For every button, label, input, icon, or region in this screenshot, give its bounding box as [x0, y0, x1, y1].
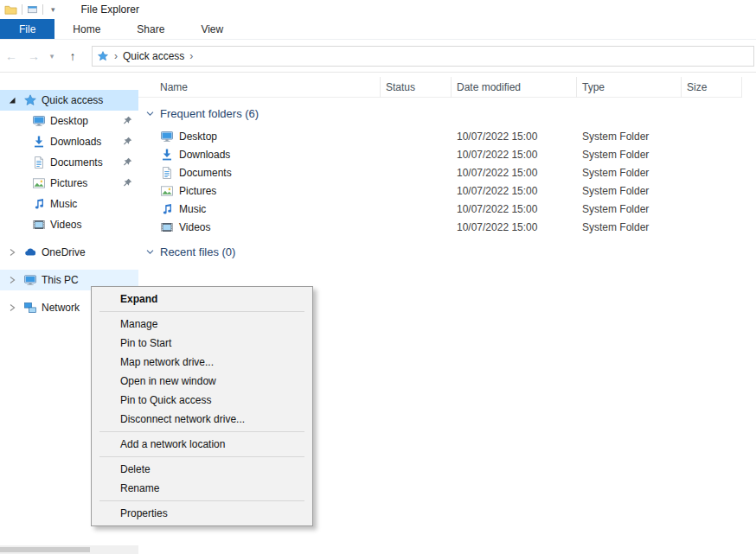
ribbon-tabs: FileHomeShareView [0, 19, 756, 40]
file-name-cell: Videos [138, 218, 381, 236]
sidebar-hscrollbar-thumb[interactable] [0, 547, 90, 552]
breadcrumb-item[interactable]: Quick access [123, 50, 184, 62]
ribbon-tab-share[interactable]: Share [119, 19, 183, 39]
ribbon-tab-file[interactable]: File [0, 19, 54, 39]
menu-separator [99, 500, 304, 501]
sidebar-item-downloads[interactable]: Downloads [0, 131, 138, 152]
chevron-expanded-icon[interactable] [8, 96, 16, 105]
downloads-icon [32, 135, 46, 149]
window-title: File Explorer [81, 3, 139, 16]
column-header-name[interactable]: Name [138, 77, 381, 98]
back-button[interactable]: ← [0, 49, 22, 63]
titlebar-separator [22, 4, 22, 15]
sidebar-item-label: This PC [42, 274, 79, 286]
file-type-cell: System Folder [577, 218, 682, 236]
file-row-pictures[interactable]: Pictures10/07/2022 15:00System Folder [138, 181, 756, 200]
documents-icon [160, 166, 174, 180]
file-row-music[interactable]: Music10/07/2022 15:00System Folder [138, 200, 756, 218]
file-size-cell [682, 218, 742, 236]
quick-access-toolbar-icon[interactable] [27, 4, 38, 16]
context-menu-item-properties[interactable]: Properties [92, 504, 312, 523]
sidebar-item-desktop[interactable]: Desktop [0, 111, 138, 131]
music-icon [32, 197, 46, 211]
history-dropdown-icon[interactable]: ▾ [45, 52, 59, 60]
desktop-icon [160, 130, 174, 143]
file-type-cell: System Folder [577, 200, 682, 218]
column-header-status[interactable]: Status [381, 77, 452, 98]
file-status-cell [381, 145, 452, 163]
file-status-cell [381, 163, 452, 181]
ribbon-tab-view[interactable]: View [183, 19, 241, 39]
column-header-date-modified[interactable]: Date modified [452, 77, 577, 98]
chevron-collapsed-icon[interactable] [8, 276, 16, 284]
context-menu-item-pin-to-quick-access[interactable]: Pin to Quick access [92, 391, 312, 410]
context-menu-item-pin-to-start[interactable]: Pin to Start [92, 334, 312, 353]
file-status-cell [381, 181, 452, 200]
collapse-chevron-icon [145, 109, 155, 118]
file-type-cell: System Folder [577, 127, 682, 145]
context-menu-item-disconnect-network-drive[interactable]: Disconnect network drive... [92, 410, 312, 429]
breadcrumb-chevron-icon[interactable]: › [112, 50, 120, 62]
file-name-label: Documents [179, 167, 232, 179]
music-icon [160, 202, 174, 216]
quick-access-icon [23, 93, 37, 107]
file-date-cell: 10/07/2022 15:00 [452, 200, 577, 218]
column-header-type[interactable]: Type [577, 77, 682, 98]
up-button[interactable]: ↑ [59, 49, 86, 63]
section-recent-files[interactable]: Recent files (0) [145, 243, 756, 260]
file-size-cell [682, 145, 742, 163]
sidebar-item-label: OneDrive [42, 246, 86, 258]
file-date-cell: 10/07/2022 15:00 [452, 145, 577, 163]
file-name-cell: Documents [138, 163, 381, 181]
context-menu-item-delete[interactable]: Delete [92, 460, 312, 479]
file-size-cell [682, 200, 742, 218]
pictures-icon [160, 184, 174, 198]
file-name-label: Music [179, 203, 206, 215]
context-menu-item-manage[interactable]: Manage [92, 315, 312, 334]
column-header-size[interactable]: Size [682, 77, 742, 98]
sidebar-item-onedrive[interactable]: OneDrive [0, 242, 138, 263]
context-menu-item-expand[interactable]: Expand [92, 290, 312, 309]
file-row-videos[interactable]: Videos10/07/2022 15:00System Folder [138, 218, 756, 236]
sidebar-item-quick-access[interactable]: Quick access [0, 90, 138, 111]
collapse-chevron-icon [145, 247, 155, 257]
address-bar[interactable]: › Quick access › [92, 46, 754, 67]
section-frequent-folders[interactable]: Frequent folders (6) [145, 105, 756, 122]
file-date-cell: 10/07/2022 15:00 [452, 127, 577, 145]
file-date-cell: 10/07/2022 15:00 [452, 163, 577, 181]
file-row-downloads[interactable]: Downloads10/07/2022 15:00System Folder [138, 145, 756, 163]
qat-dropdown-icon[interactable]: ▾ [51, 5, 55, 14]
context-menu-item-rename[interactable]: Rename [92, 479, 312, 498]
file-type-cell: System Folder [577, 181, 682, 200]
file-type-cell: System Folder [577, 145, 682, 163]
file-date-cell: 10/07/2022 15:00 [452, 218, 577, 236]
this-pc-icon [23, 273, 37, 287]
title-bar: ▾ File Explorer [0, 0, 756, 19]
sidebar-hscrollbar[interactable] [0, 545, 138, 554]
sidebar-item-label: Music [50, 198, 77, 210]
breadcrumb-chevron-icon[interactable]: › [187, 50, 195, 62]
sidebar-item-documents[interactable]: Documents [0, 152, 138, 173]
pin-icon [123, 116, 132, 125]
context-menu-item-map-network-drive[interactable]: Map network drive... [92, 353, 312, 372]
context-menu-item-open-in-new-window[interactable]: Open in new window [92, 372, 312, 391]
sidebar-item-videos[interactable]: Videos [0, 214, 138, 235]
sidebar-item-label: Downloads [50, 136, 101, 148]
file-row-documents[interactable]: Documents10/07/2022 15:00System Folder [138, 163, 756, 181]
file-name-label: Downloads [179, 149, 230, 161]
file-size-cell [682, 163, 742, 181]
sidebar-item-music[interactable]: Music [0, 194, 138, 214]
file-name-cell: Downloads [138, 145, 381, 163]
pin-icon [123, 137, 132, 146]
file-row-desktop[interactable]: Desktop10/07/2022 15:00System Folder [138, 127, 756, 145]
context-menu: ExpandManagePin to StartMap network driv… [91, 286, 313, 526]
downloads-icon [160, 148, 174, 162]
ribbon-tab-home[interactable]: Home [54, 19, 119, 39]
context-menu-item-add-a-network-location[interactable]: Add a network location [92, 435, 312, 454]
file-status-cell [381, 200, 452, 218]
sidebar-item-pictures[interactable]: Pictures [0, 173, 138, 194]
chevron-collapsed-icon[interactable] [8, 248, 16, 257]
file-name-label: Videos [179, 221, 210, 233]
forward-button[interactable]: → [22, 49, 45, 63]
chevron-collapsed-icon[interactable] [8, 303, 16, 312]
